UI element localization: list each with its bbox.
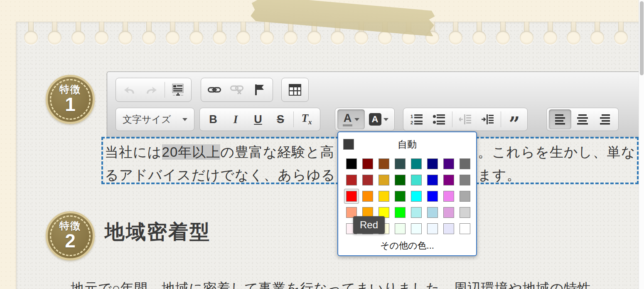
background-color-icon: A xyxy=(369,113,381,126)
color-swatch[interactable] xyxy=(362,191,373,202)
redo-button[interactable] xyxy=(140,80,163,100)
color-swatch[interactable] xyxy=(460,158,470,169)
insert-table-button[interactable] xyxy=(284,80,306,100)
hole-bulb xyxy=(307,31,321,44)
color-swatch[interactable] xyxy=(460,207,470,218)
color-swatch[interactable] xyxy=(362,175,373,185)
indent-button[interactable] xyxy=(477,109,499,129)
numbered-list-button[interactable]: 1 2 xyxy=(406,109,428,129)
document-pin-icon xyxy=(172,84,184,96)
hole-bulb xyxy=(614,31,628,44)
editor-text-line1-left[interactable]: 当社には20年以上の豊富な経験と高 xyxy=(105,143,334,162)
unlink-button[interactable] xyxy=(226,80,248,100)
undo-button[interactable] xyxy=(118,80,140,100)
section-paragraph: 地元で○年間、地域に密着して事業を行なってまいりました。周辺環境や地域の特性 xyxy=(71,279,591,289)
editor-text-line2-left[interactable]: るアドバイスだけでなく、あらゆる xyxy=(105,166,336,185)
color-swatch[interactable] xyxy=(460,175,470,185)
color-swatch[interactable] xyxy=(427,175,438,185)
hole-bulb xyxy=(260,31,274,44)
list-indent-group: 1 2 xyxy=(403,108,528,131)
blockquote-button[interactable]: ” xyxy=(503,109,525,129)
align-center-button[interactable] xyxy=(571,109,594,129)
automatic-color-row[interactable]: 自動 xyxy=(343,137,471,151)
color-swatch[interactable] xyxy=(346,175,357,185)
color-swatch[interactable] xyxy=(395,223,406,234)
hole-bulb xyxy=(449,31,462,44)
color-swatch[interactable] xyxy=(379,191,389,202)
selected-text: 20年以上 xyxy=(162,144,221,160)
color-swatch[interactable] xyxy=(443,158,454,169)
bold-label: B xyxy=(209,114,217,125)
hole-bulb xyxy=(472,31,486,44)
text-color-button[interactable]: A xyxy=(337,109,365,129)
color-swatch[interactable] xyxy=(460,223,470,234)
vertical-scrollbar-thumb[interactable] xyxy=(640,1,644,75)
vertical-scrollbar-track[interactable] xyxy=(639,0,644,289)
italic-label: I xyxy=(234,114,238,125)
color-swatch[interactable] xyxy=(443,175,454,185)
link-button[interactable] xyxy=(203,80,226,100)
editor-text-line2-right[interactable]: ます。 xyxy=(478,166,521,185)
hole-bulb xyxy=(378,31,392,44)
color-swatch[interactable] xyxy=(443,207,454,218)
hole-bulb xyxy=(543,31,557,44)
hole-bulb xyxy=(95,31,108,44)
font-size-dropdown[interactable]: 文字サイズ xyxy=(116,108,194,131)
color-swatch[interactable] xyxy=(411,158,422,169)
underline-label: U xyxy=(254,114,262,125)
bold-button[interactable]: B xyxy=(202,109,224,129)
hole-bulb xyxy=(24,31,38,44)
align-left-icon xyxy=(554,114,566,125)
hole-bulb xyxy=(142,31,156,44)
align-right-icon xyxy=(599,114,611,125)
color-swatch[interactable] xyxy=(395,158,406,169)
hole-bulb xyxy=(590,31,604,44)
color-swatch[interactable] xyxy=(346,158,357,169)
remove-format-button[interactable]: Tx xyxy=(295,109,318,129)
color-swatch[interactable] xyxy=(427,223,438,234)
link-icon xyxy=(208,86,221,94)
separator xyxy=(165,82,165,98)
color-swatch[interactable] xyxy=(460,191,470,202)
color-swatch[interactable] xyxy=(379,158,389,169)
selected-color-swatch[interactable] xyxy=(344,189,359,204)
feature-badge-1: 特徴 1 xyxy=(46,75,95,124)
color-swatch[interactable] xyxy=(379,175,389,185)
bulleted-list-button[interactable] xyxy=(428,109,450,129)
color-swatch[interactable] xyxy=(411,223,422,234)
italic-button[interactable]: I xyxy=(224,109,247,129)
outdent-button[interactable] xyxy=(454,109,477,129)
chevron-down-icon xyxy=(182,118,187,121)
remove-format-icon: Tx xyxy=(302,113,312,126)
more-colors-link[interactable]: その他の色... xyxy=(338,240,476,252)
background-color-button[interactable]: A xyxy=(365,109,392,129)
outdent-icon xyxy=(459,114,472,125)
alignment-group xyxy=(546,108,619,131)
color-swatch[interactable] xyxy=(411,207,422,218)
text-segment: の豊富な経験と高 xyxy=(220,144,334,160)
editor-text-line1-right[interactable]: 。これらを生かし、単な xyxy=(478,143,635,162)
color-swatch[interactable] xyxy=(411,175,422,185)
color-swatch[interactable] xyxy=(427,158,438,169)
numbered-list-icon: 1 2 xyxy=(410,114,423,125)
section-heading: 地域密着型 xyxy=(105,219,211,245)
color-swatch[interactable] xyxy=(443,223,454,234)
color-swatch[interactable] xyxy=(362,158,373,169)
align-right-button[interactable] xyxy=(594,109,616,129)
color-swatch[interactable] xyxy=(411,191,422,202)
color-swatch[interactable] xyxy=(395,175,406,185)
redo-icon xyxy=(145,84,158,95)
color-swatch[interactable] xyxy=(395,191,406,202)
table-icon xyxy=(289,84,301,96)
underline-button[interactable]: U xyxy=(247,109,269,129)
anchor-button[interactable] xyxy=(248,80,270,100)
strikethrough-button[interactable]: S xyxy=(269,109,292,129)
color-swatch[interactable] xyxy=(427,207,438,218)
color-swatch[interactable] xyxy=(395,207,406,218)
paste-layout-button[interactable] xyxy=(167,80,189,100)
color-swatch[interactable] xyxy=(443,191,454,202)
align-left-button[interactable] xyxy=(549,109,571,129)
color-swatch[interactable] xyxy=(346,191,357,202)
chevron-down-icon xyxy=(383,118,388,121)
color-swatch[interactable] xyxy=(427,191,438,202)
